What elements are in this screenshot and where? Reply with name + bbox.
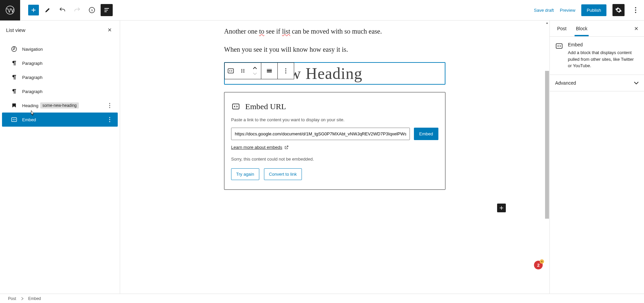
- svg-point-16: [241, 71, 243, 72]
- tab-block[interactable]: Block: [571, 21, 592, 36]
- svg-point-2: [635, 7, 636, 8]
- list-item-heading[interactable]: Heading some-new-heading: [2, 98, 118, 113]
- toolbar-right-group: Save draft Preview Publish: [534, 4, 644, 16]
- svg-rect-24: [232, 104, 239, 109]
- sidebar-close-button[interactable]: [631, 24, 641, 34]
- sidebar-tabs: Post Block: [550, 20, 644, 37]
- embed-actions: Try again Convert to link: [231, 168, 438, 180]
- sidebar-block-info: Embed Add a block that displays content …: [550, 37, 644, 75]
- embed-icon: [10, 116, 18, 124]
- embed-error-message: Sorry, this content could not be embedde…: [231, 157, 438, 162]
- svg-point-12: [109, 121, 110, 122]
- breadcrumb-root[interactable]: Post: [8, 296, 16, 301]
- canvas-scrollbar[interactable]: ▲: [545, 20, 549, 303]
- paragraph-text: Another one: [224, 28, 259, 35]
- embed-header: Embed URL: [231, 102, 438, 111]
- block-move-up-button[interactable]: [253, 65, 257, 71]
- embed-icon: [555, 42, 563, 50]
- sidebar-panel-advanced: Advanced: [550, 75, 644, 91]
- publish-button[interactable]: Publish: [581, 4, 606, 16]
- notification-plus-icon: +: [540, 259, 544, 264]
- wordpress-logo[interactable]: [0, 0, 20, 20]
- details-button[interactable]: [86, 4, 98, 16]
- convert-to-link-button[interactable]: Convert to link: [264, 168, 302, 180]
- block-more-button[interactable]: [278, 63, 294, 79]
- heading-icon: [10, 101, 18, 110]
- preview-button[interactable]: Preview: [560, 8, 575, 13]
- svg-point-10: [109, 117, 110, 118]
- svg-point-14: [241, 69, 243, 70]
- paragraph-text: When you see it you will know how easy i…: [224, 46, 348, 53]
- save-draft-button[interactable]: Save draft: [534, 8, 554, 13]
- list-view-items: Navigation Paragraph Paragraph Paragraph: [0, 39, 120, 303]
- breadcrumb-current: Embed: [28, 296, 41, 301]
- svg-point-11: [109, 119, 110, 120]
- svg-point-19: [244, 72, 245, 73]
- tab-post[interactable]: Post: [552, 21, 571, 36]
- svg-rect-20: [267, 70, 272, 72]
- paragraph-icon: [10, 87, 18, 95]
- block-type-button[interactable]: [225, 63, 237, 79]
- svg-point-7: [109, 105, 110, 106]
- svg-point-4: [635, 12, 636, 13]
- undo-button[interactable]: [56, 4, 68, 16]
- editor-canvas[interactable]: Another one to see if list can be moved …: [221, 20, 449, 230]
- block-name: Embed: [568, 42, 639, 47]
- editor-canvas-wrap: ▲ Another one to see if list can be move…: [120, 20, 549, 303]
- scrollbar-up-icon[interactable]: ▲: [545, 20, 549, 25]
- svg-point-6: [109, 103, 110, 104]
- block-move-arrows: [249, 63, 261, 79]
- try-again-button[interactable]: Try again: [231, 168, 259, 180]
- block-appender-button[interactable]: [497, 204, 506, 212]
- paragraph-text: see if: [264, 28, 282, 35]
- list-item-navigation[interactable]: Navigation: [2, 42, 118, 56]
- paragraph-text: can be moved with so much ease.: [290, 28, 382, 35]
- paragraph-block[interactable]: Another one to see if list can be moved …: [224, 26, 445, 37]
- list-view-button[interactable]: [101, 4, 113, 16]
- redo-button[interactable]: [71, 4, 83, 16]
- list-item-paragraph[interactable]: Paragraph: [2, 84, 118, 98]
- embed-submit-button[interactable]: Embed: [414, 128, 438, 140]
- more-options-button[interactable]: [631, 7, 641, 13]
- list-view-title: List view: [6, 27, 25, 33]
- heading-block[interactable]: Some New Heading: [224, 62, 445, 85]
- block-align-button[interactable]: [261, 63, 277, 79]
- spellcheck-word: list: [282, 28, 290, 35]
- settings-sidebar: Post Block Embed Add a block that displa…: [549, 20, 644, 303]
- list-item-paragraph[interactable]: Paragraph: [2, 56, 118, 70]
- svg-point-15: [244, 69, 245, 70]
- notification-badge[interactable]: 2 +: [534, 261, 543, 269]
- block-move-down-button[interactable]: [253, 71, 257, 77]
- main-layout: List view Navigation Paragraph: [0, 20, 644, 303]
- embed-url-input[interactable]: [231, 128, 410, 140]
- learn-more-text: Learn more about embeds: [231, 145, 282, 150]
- list-item-more-button[interactable]: [106, 116, 114, 124]
- svg-rect-25: [556, 44, 562, 48]
- block-toolbar: [224, 62, 294, 79]
- list-view-close-button[interactable]: [106, 26, 114, 34]
- scrollbar-thumb[interactable]: [545, 71, 549, 219]
- embed-icon: [231, 102, 240, 111]
- list-item-label: Navigation: [22, 47, 43, 52]
- svg-point-8: [109, 107, 110, 108]
- block-info-text: Embed Add a block that displays content …: [568, 42, 639, 69]
- block-drag-handle[interactable]: [237, 63, 249, 79]
- edit-mode-button[interactable]: [42, 4, 54, 16]
- list-item-paragraph[interactable]: Paragraph: [2, 70, 118, 84]
- settings-button[interactable]: [612, 4, 625, 16]
- list-view-panel: List view Navigation Paragraph: [0, 20, 120, 303]
- paragraph-block[interactable]: When you see it you will know how easy i…: [224, 44, 445, 55]
- learn-more-link[interactable]: Learn more about embeds: [231, 145, 289, 150]
- list-item-embed[interactable]: Embed: [2, 113, 118, 127]
- list-item-more-button[interactable]: [106, 101, 114, 110]
- embed-block[interactable]: Embed URL Paste a link to the content yo…: [224, 92, 445, 190]
- block-inserter-button[interactable]: [28, 5, 39, 15]
- list-item-label: Embed: [22, 117, 36, 122]
- list-item-label: Paragraph: [22, 89, 43, 94]
- paragraph-icon: [10, 59, 18, 67]
- advanced-panel-toggle[interactable]: Advanced: [550, 75, 644, 91]
- svg-point-22: [285, 70, 286, 71]
- block-description: Add a block that displays content pulled…: [568, 49, 639, 69]
- svg-point-17: [244, 71, 245, 72]
- svg-point-18: [241, 72, 243, 73]
